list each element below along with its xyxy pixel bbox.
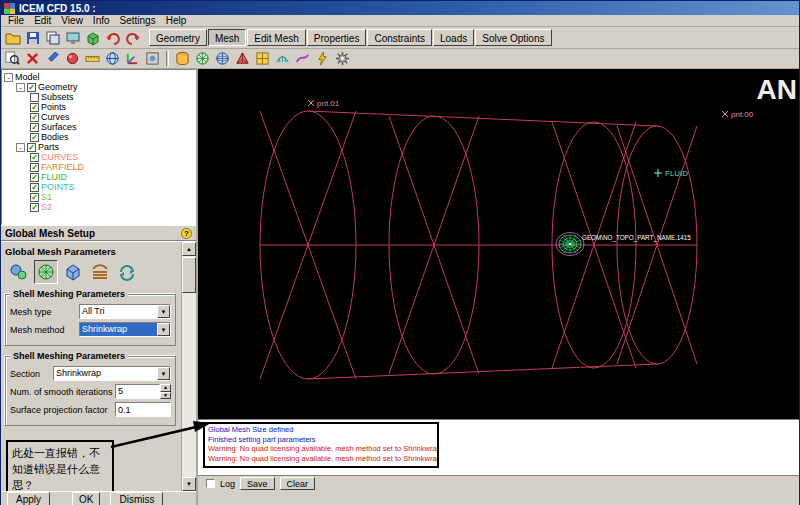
checkbox-icon[interactable]: ✓ [30,203,39,212]
chevron-down-icon[interactable]: ▼ [157,323,170,336]
hexa-mesh-button[interactable] [253,50,272,68]
tree-item-model[interactable]: - Model [4,72,195,82]
panel-scrollbar[interactable]: ▲ ▼ [181,242,196,491]
workspace-button[interactable] [83,29,102,47]
surface-mesh-button[interactable] [193,50,212,68]
menu-edit[interactable]: Edit [29,15,56,26]
globe-button[interactable] [103,50,122,68]
tab-edit-mesh[interactable]: Edit Mesh [247,29,305,46]
tree-item-points[interactable]: ✓ Points [30,102,195,112]
viewport-3d[interactable]: pnt.01 pnt.00 FLUID [198,69,799,419]
tab-mesh[interactable]: Mesh [208,29,246,46]
tree-item-geometry[interactable]: - ✓ Geometry [16,82,195,92]
shell-mesh-button[interactable] [273,50,292,68]
scroll-up-icon[interactable]: ▲ [182,242,196,256]
tab-loads[interactable]: Loads [433,29,474,46]
fit-view-button[interactable] [143,50,162,68]
help-icon[interactable]: ? [181,228,192,239]
checkbox-icon[interactable]: ✓ [30,173,39,182]
projection-factor-field[interactable] [115,402,171,417]
checkbox-icon[interactable]: ✓ [30,113,39,122]
menu-file[interactable]: File [3,15,29,26]
measure-button[interactable] [83,50,102,68]
scrollbar-thumb[interactable] [182,257,196,293]
checkbox-icon[interactable]: ✓ [30,183,39,192]
tab-properties[interactable]: Properties [307,29,367,46]
undo-button[interactable] [103,29,122,47]
save-log-button[interactable]: Save [240,477,275,490]
smooth-iterations-value[interactable]: 5 [115,384,160,399]
smooth-iterations-stepper[interactable]: 5 ▲ ▼ [115,384,171,399]
tetra-mesh-button[interactable] [233,50,252,68]
tree-item-part-s2[interactable]: ✓ S2 [30,202,195,212]
expander-icon[interactable]: - [16,83,25,92]
log-checkbox[interactable] [206,479,215,488]
checkbox-icon[interactable]: ✓ [30,103,39,112]
mesh-options-button[interactable] [333,50,352,68]
prism-meshing-params-button[interactable] [88,260,112,284]
tree-item-surfaces[interactable]: ✓ Surfaces [30,122,195,132]
compute-mesh-button[interactable] [313,50,332,68]
tree-item-bodies[interactable]: ✓ Bodies [30,132,195,142]
delete-entity-button[interactable] [23,50,42,68]
tree-item-part-fluid[interactable]: ✓ FLUID [30,172,195,182]
checkbox-icon[interactable]: ✓ [27,143,36,152]
tree-item-part-curves[interactable]: ✓ CURVES [30,152,195,162]
tree-item-part-points[interactable]: ✓ POINTS [30,182,195,192]
checkbox-icon[interactable]: ✓ [30,163,39,172]
expander-icon[interactable]: - [4,73,13,82]
copy-image-button[interactable] [43,29,62,47]
ok-button[interactable]: OK [72,492,100,505]
tree-item-subsets[interactable]: Subsets [30,92,195,102]
tree-item-part-s1[interactable]: ✓ S1 [30,192,195,202]
checkbox-icon[interactable]: ✓ [30,123,39,132]
menu-help[interactable]: Help [161,15,192,26]
chevron-down-icon[interactable]: ▼ [157,305,170,318]
tab-solve-options[interactable]: Solve Options [475,29,551,46]
mesh-method-row: Mesh method Shrinkwrap ▼ [10,322,171,337]
open-file-button[interactable] [3,29,22,47]
spin-up-icon[interactable]: ▲ [160,384,171,392]
checkbox-icon[interactable]: ✓ [30,193,39,202]
checkbox-icon[interactable]: ✓ [30,133,39,142]
mesh-part-button[interactable] [173,50,192,68]
fit-view-icon [145,51,160,66]
spin-down-icon[interactable]: ▼ [160,392,171,400]
volume-mesh-button[interactable] [213,50,232,68]
model-tree[interactable]: - Model - ✓ Geometry Subsets ✓ Points [1,69,196,225]
zoom-select-button[interactable] [3,50,22,68]
cube-icon [85,30,101,46]
dismiss-button[interactable]: Dismiss [110,492,163,505]
menu-settings[interactable]: Settings [115,15,161,26]
shell-meshing-params-button[interactable] [34,260,58,284]
material-point-button[interactable] [63,50,82,68]
curve-mesh-button[interactable] [293,50,312,68]
save-button[interactable] [23,29,42,47]
mesh-type-select[interactable]: All Tri ▼ [79,304,171,319]
chevron-down-icon[interactable]: ▼ [157,367,170,380]
tree-item-curves[interactable]: ✓ Curves [30,112,195,122]
global-mesh-size-button[interactable] [7,260,31,284]
tab-geometry[interactable]: Geometry [149,29,207,46]
checkbox-icon[interactable] [30,93,39,102]
menu-info[interactable]: Info [88,15,115,26]
scroll-down-icon[interactable]: ▼ [182,477,196,491]
tab-constraints[interactable]: Constraints [367,29,432,46]
screen-capture-button[interactable] [63,29,82,47]
periodicity-params-button[interactable] [115,260,139,284]
menu-view[interactable]: View [56,15,88,26]
tree-label: Model [15,72,40,82]
expander-icon[interactable]: - [16,143,25,152]
mesh-method-select[interactable]: Shrinkwrap ▼ [79,322,171,337]
checkbox-icon[interactable]: ✓ [27,83,36,92]
apply-button[interactable]: Apply [7,492,50,505]
tree-item-parts[interactable]: - ✓ Parts [16,142,195,152]
section-select[interactable]: Shrinkwrap ▼ [53,366,171,381]
clear-log-button[interactable]: Clear [280,477,316,490]
tree-item-part-farfield[interactable]: ✓ FARFIELD [30,162,195,172]
axes-button[interactable] [123,50,142,68]
annotate-button[interactable] [43,50,62,68]
redo-button[interactable] [123,29,142,47]
checkbox-icon[interactable]: ✓ [30,153,39,162]
volume-meshing-params-button[interactable] [61,260,85,284]
